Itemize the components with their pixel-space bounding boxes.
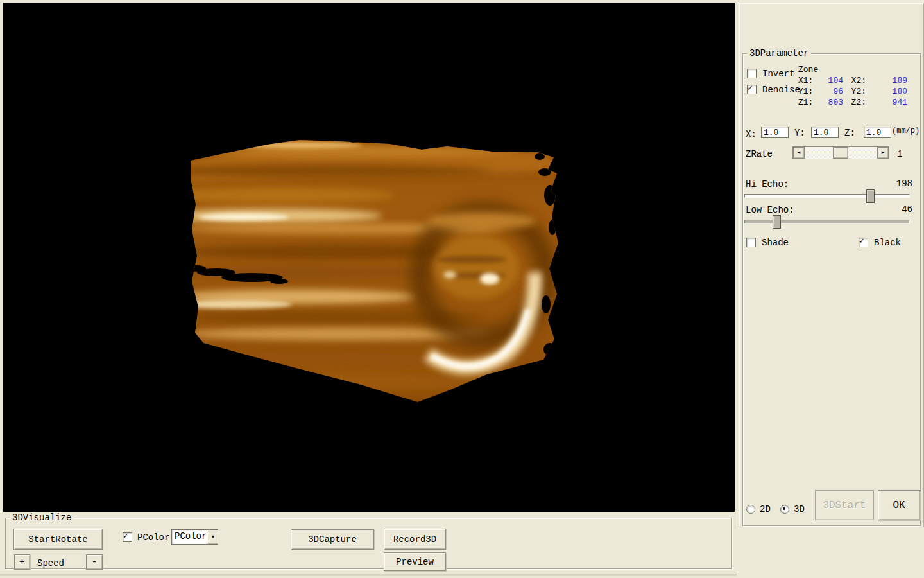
zone-label: X2: bbox=[843, 76, 866, 85]
ok-button[interactable]: OK bbox=[878, 490, 920, 520]
denoise-label: Denoise bbox=[762, 85, 800, 94]
invert-checkbox[interactable]: ✓ bbox=[747, 69, 757, 78]
ultrasound-volume-render bbox=[3, 3, 735, 512]
x-scale-input[interactable] bbox=[761, 127, 789, 138]
pcolor-label: PColor bbox=[137, 533, 169, 542]
shade-row: ✓ Shade bbox=[746, 238, 789, 247]
zone-label: Z1: bbox=[798, 98, 821, 107]
zrate-scrollbar[interactable]: ◄ ► bbox=[792, 146, 889, 159]
scroll-right-icon[interactable]: ► bbox=[877, 147, 889, 159]
zone-label: Y2: bbox=[843, 87, 866, 96]
zone-label: X1: bbox=[798, 76, 821, 85]
zone-value: 189 bbox=[886, 76, 907, 85]
3dvisualize-groupbox: 3DVisualize StartRotate + Speed - ✓ PCol… bbox=[5, 518, 732, 569]
black-label: Black bbox=[874, 238, 901, 247]
denoise-row: ✓ Denoise bbox=[747, 85, 800, 94]
dropdown-arrow-icon[interactable]: ▼ bbox=[207, 530, 218, 544]
pcolor-row: ✓ PColor bbox=[123, 532, 169, 542]
parameter-panel: 3DParameter ✓ Invert ✓ Denoise Zone X1: … bbox=[739, 3, 924, 527]
preview-button[interactable]: Preview bbox=[384, 552, 446, 571]
3dcapture-button[interactable]: 3DCapture bbox=[291, 529, 374, 550]
low-echo-value: 46 bbox=[891, 205, 912, 214]
z-scale-input[interactable] bbox=[864, 127, 891, 138]
zrate-value: 1 bbox=[897, 150, 902, 159]
mode-2d-label: 2D bbox=[760, 505, 771, 514]
app-window: { "icons":{ "check":"✓", "dropdown_arrow… bbox=[0, 0, 924, 578]
pcolor-checkbox[interactable]: ✓ bbox=[123, 532, 132, 542]
hi-echo-label: Hi Echo: bbox=[746, 180, 789, 189]
mode-3d-radio[interactable] bbox=[780, 505, 789, 514]
low-echo-slider[interactable] bbox=[744, 215, 910, 228]
hi-echo-value: 198 bbox=[891, 179, 912, 188]
ultrasound-3d-viewport[interactable] bbox=[3, 3, 735, 512]
zone-label: Z2: bbox=[843, 98, 866, 107]
3dstart-button[interactable]: 3DStart bbox=[815, 490, 874, 520]
mode-3d-row: 3D bbox=[780, 505, 805, 514]
shade-label: Shade bbox=[762, 238, 789, 247]
hi-echo-slider[interactable] bbox=[744, 189, 910, 202]
group-title: 3DVisualize bbox=[10, 513, 74, 522]
speed-minus-button[interactable]: - bbox=[86, 554, 103, 570]
zone-value: 96 bbox=[821, 87, 843, 96]
checkmark-icon: ✓ bbox=[859, 237, 864, 245]
start-rotate-button[interactable]: StartRotate bbox=[13, 529, 103, 550]
invert-row: ✓ Invert bbox=[747, 69, 794, 78]
hi-echo-slider-thumb[interactable] bbox=[866, 189, 875, 203]
y-scale-input[interactable] bbox=[811, 127, 839, 138]
mode-3d-label: 3D bbox=[794, 505, 805, 514]
zone-value: 180 bbox=[886, 87, 907, 96]
3dparameter-groupbox: 3DParameter ✓ Invert ✓ Denoise Zone X1: … bbox=[742, 53, 921, 526]
speed-plus-button[interactable]: + bbox=[14, 554, 30, 570]
zone-value: 803 bbox=[821, 98, 843, 107]
visualize-panel: 3DVisualize StartRotate + Speed - ✓ PCol… bbox=[0, 512, 737, 574]
pcolor-dropdown-value: PColor bbox=[172, 530, 207, 544]
low-echo-slider-thumb[interactable] bbox=[773, 215, 781, 229]
black-checkbox[interactable]: ✓ bbox=[859, 238, 868, 247]
mode-2d-row: 2D bbox=[746, 505, 771, 514]
hi-echo-slider-track[interactable] bbox=[744, 194, 910, 198]
scale-unit-label: (mm/p) bbox=[892, 127, 920, 136]
pcolor-dropdown[interactable]: PColor ▼ bbox=[171, 529, 218, 545]
group-title: 3DParameter bbox=[747, 49, 811, 58]
speed-label: Speed bbox=[37, 559, 64, 568]
zone-title: Zone bbox=[798, 66, 907, 74]
y-scale-label: Y: bbox=[794, 128, 805, 137]
mode-2d-radio[interactable] bbox=[746, 505, 755, 514]
checkmark-icon: ✓ bbox=[123, 532, 128, 540]
checkmark-icon: ✓ bbox=[748, 84, 753, 92]
zone-value: 104 bbox=[821, 76, 843, 85]
invert-label: Invert bbox=[762, 69, 794, 78]
x-scale-label: X: bbox=[746, 130, 757, 139]
zrate-scrollbar-track[interactable] bbox=[805, 147, 877, 159]
zrate-label: ZRate bbox=[746, 150, 773, 159]
low-echo-label: Low Echo: bbox=[746, 206, 794, 215]
record3d-button[interactable]: Record3D bbox=[384, 529, 446, 550]
shade-checkbox[interactable]: ✓ bbox=[746, 238, 756, 247]
z-scale-label: Z: bbox=[844, 128, 855, 137]
zone-label: Y1: bbox=[798, 87, 821, 96]
denoise-checkbox[interactable]: ✓ bbox=[747, 85, 757, 94]
scroll-left-icon[interactable]: ◄ bbox=[793, 147, 805, 159]
radio-dot-icon bbox=[783, 507, 785, 510]
low-echo-slider-track[interactable] bbox=[744, 220, 910, 223]
black-row: ✓ Black bbox=[859, 238, 901, 247]
zone-value: 941 bbox=[886, 98, 907, 107]
zrate-scrollbar-thumb[interactable] bbox=[833, 147, 848, 159]
zone-block: Zone X1: 104 X2: 189 Y1: 96 Y2: 180 Z1: … bbox=[798, 66, 907, 107]
